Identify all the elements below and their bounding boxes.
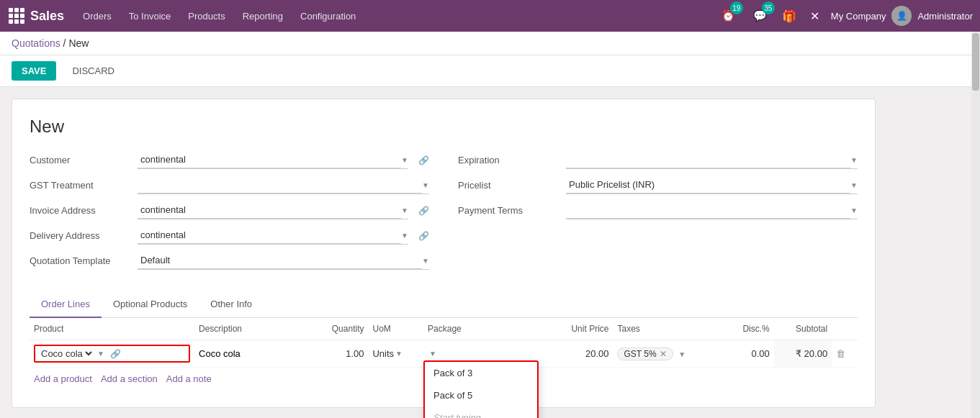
expiration-label: Expiration (458, 155, 559, 165)
cell-unit-price: 20.00 (547, 340, 613, 368)
customer-ext-link[interactable]: 🔗 (418, 155, 429, 165)
customer-arrow: ▼ (401, 156, 408, 164)
quotation-template-select-wrapper: ▼ (138, 252, 429, 270)
payment-terms-label: Payment Terms (458, 205, 559, 216)
col-quantity: Quantity (310, 318, 368, 340)
gift-icon[interactable]: 🎁 (779, 6, 799, 26)
cell-uom: Units ▼ (368, 340, 423, 368)
quotation-template-arrow: ▼ (422, 257, 429, 265)
pricelist-input[interactable] (566, 176, 850, 194)
close-icon[interactable]: ✕ (805, 6, 825, 26)
payment-terms-arrow: ▼ (850, 206, 858, 214)
cell-product: Coco cola ▼ 🔗 (30, 340, 194, 368)
col-product: Product (30, 318, 194, 340)
cell-row-actions: 🗑 (832, 340, 858, 368)
payment-terms-row: Payment Terms ▼ (458, 201, 858, 219)
payment-terms-input[interactable] (566, 201, 850, 219)
user-name[interactable]: Administrator (917, 11, 973, 22)
breadcrumb-current: New (68, 37, 89, 49)
customer-input[interactable] (138, 151, 401, 168)
tabs-bar: Order Lines Optional Products Other Info (30, 291, 858, 318)
delivery-address-label: Delivery Address (30, 230, 130, 241)
customer-select-wrapper: ▼ (138, 151, 408, 169)
col-uom: UoM (368, 318, 423, 340)
pricelist-select-wrapper: ▼ (566, 176, 858, 194)
form-card: New Customer ▼ 🔗 GST Treatment ▼ (12, 99, 876, 408)
top-navigation: Sales Orders To Invoice Products Reporti… (0, 0, 980, 32)
col-package: Package (423, 318, 547, 340)
unit-price-value: 20.00 (585, 348, 609, 359)
delivery-address-arrow: ▼ (401, 232, 408, 240)
form-grid: Customer ▼ 🔗 GST Treatment ▼ Invoice Ad (30, 151, 858, 277)
gst-arrow: ▼ (422, 181, 429, 189)
user-avatar[interactable]: 👤 (891, 6, 912, 26)
pricelist-arrow: ▼ (850, 181, 858, 189)
cell-disc: 0.00 (723, 340, 774, 368)
package-option-2[interactable]: Pack of 5 (425, 384, 537, 406)
topnav-right: ⏰ 19 💬 35 🎁 ✕ My Company 👤 Administrator (719, 6, 973, 26)
app-logo: Sales (30, 9, 64, 24)
delivery-address-ext-link[interactable]: 🔗 (418, 231, 429, 241)
col-subtotal: Subtotal (774, 318, 832, 340)
activity-icon[interactable]: ⏰ 19 (719, 6, 739, 26)
messages-badge: 35 (762, 1, 775, 14)
menu-orders[interactable]: Orders (76, 6, 119, 26)
discard-button[interactable]: DISCARD (62, 61, 125, 81)
uom-arrow[interactable]: ▼ (395, 350, 403, 358)
tab-other-info[interactable]: Other Info (199, 291, 264, 318)
activity-badge: 19 (730, 1, 743, 14)
tab-order-lines[interactable]: Order Lines (30, 291, 102, 318)
add-section-link[interactable]: Add a section (101, 373, 158, 384)
form-title: New (30, 117, 858, 137)
delivery-address-input[interactable] (138, 227, 401, 244)
quotation-template-input[interactable] (138, 252, 422, 269)
pricelist-label: Pricelist (458, 180, 559, 191)
messages-icon[interactable]: 💬 35 (750, 6, 770, 26)
package-arrow[interactable]: ▼ (429, 350, 436, 358)
gst-input[interactable] (138, 176, 422, 194)
main-wrapper: New Customer ▼ 🔗 GST Treatment ▼ (0, 87, 980, 418)
subtotal-value: ₹ 20.00 (796, 348, 827, 359)
scrollbar-thumb[interactable] (972, 33, 979, 91)
app-grid-icon[interactable] (7, 6, 26, 25)
disc-value: 0.00 (751, 348, 769, 359)
invoice-address-select-wrapper: ▼ (138, 201, 408, 219)
save-button[interactable]: SAVE (12, 61, 56, 81)
cell-taxes: GST 5% ✕ ▼ (613, 340, 723, 368)
delivery-address-select-wrapper: ▼ (138, 227, 408, 245)
product-select-arrow: ▼ (97, 350, 104, 358)
invoice-address-arrow: ▼ (401, 206, 408, 214)
description-input[interactable] (199, 348, 271, 359)
add-note-link[interactable]: Add a note (166, 373, 212, 384)
expiration-select-wrapper: ▼ (566, 151, 858, 169)
col-disc: Disc.% (723, 318, 774, 340)
product-ext-link[interactable]: 🔗 (110, 349, 121, 359)
add-product-link[interactable]: Add a product (34, 373, 92, 384)
invoice-address-input[interactable] (138, 201, 401, 219)
menu-to-invoice[interactable]: To Invoice (122, 6, 179, 26)
expiration-input[interactable] (566, 151, 850, 168)
invoice-address-ext-link[interactable]: 🔗 (418, 206, 429, 216)
menu-reporting[interactable]: Reporting (235, 6, 290, 26)
taxes-arrow[interactable]: ▼ (678, 350, 685, 358)
invoice-address-label: Invoice Address (30, 205, 130, 216)
tab-optional-products[interactable]: Optional Products (102, 291, 199, 318)
scrollbar[interactable] (971, 32, 980, 418)
package-dropdown: Pack of 3 Pack of 5 Start typing... (423, 360, 539, 418)
main-menu: Orders To Invoice Products Reporting Con… (76, 6, 714, 26)
col-unit-price: Unit Price (547, 318, 613, 340)
product-select[interactable]: Coco cola (38, 347, 94, 360)
col-taxes: Taxes (613, 318, 723, 340)
package-typing-hint: Start typing... (425, 406, 537, 418)
breadcrumb-parent[interactable]: Quotations (12, 37, 60, 49)
package-option-1[interactable]: Pack of 3 (425, 362, 537, 384)
menu-configuration[interactable]: Configuration (293, 6, 363, 26)
company-name[interactable]: My Company (831, 11, 886, 22)
quotation-template-row: Quotation Template ▼ (30, 252, 429, 270)
invoice-address-row: Invoice Address ▼ 🔗 (30, 201, 429, 219)
gst-row: GST Treatment ▼ (30, 176, 429, 194)
menu-products[interactable]: Products (181, 6, 232, 26)
tax-remove[interactable]: ✕ (660, 349, 667, 359)
row-delete-icon[interactable]: 🗑 (836, 348, 845, 359)
gst-select-wrapper: ▼ (138, 176, 429, 194)
